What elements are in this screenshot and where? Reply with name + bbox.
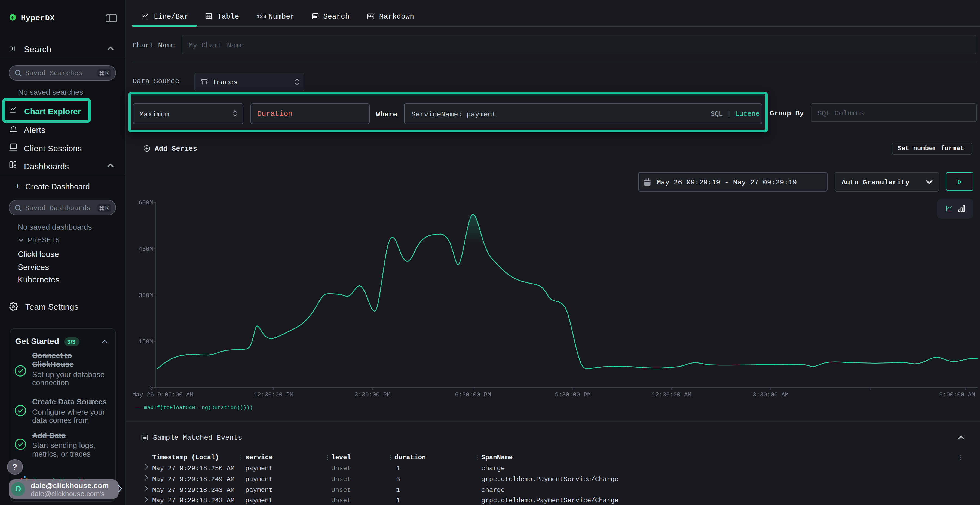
svg-text:May 26 9:00:00 AM: May 26 9:00:00 AM [132, 392, 193, 399]
svg-text:600M: 600M [138, 199, 153, 206]
svg-text:450M: 450M [138, 246, 153, 253]
svg-text:3:30:00 PM: 3:30:00 PM [354, 392, 390, 399]
svg-text:150M: 150M [138, 338, 153, 345]
svg-text:12:30:00 PM: 12:30:00 PM [253, 392, 293, 399]
svg-text:3:30:00 AM: 3:30:00 AM [752, 392, 788, 399]
svg-text:9:00:00 AM: 9:00:00 AM [939, 392, 975, 399]
svg-text:12:30:00 AM: 12:30:00 AM [651, 392, 691, 399]
svg-text:300M: 300M [138, 292, 153, 299]
svg-text:6:30:00 PM: 6:30:00 PM [455, 392, 491, 399]
svg-text:0: 0 [149, 385, 153, 392]
svg-text:9:30:00 PM: 9:30:00 PM [555, 392, 590, 399]
